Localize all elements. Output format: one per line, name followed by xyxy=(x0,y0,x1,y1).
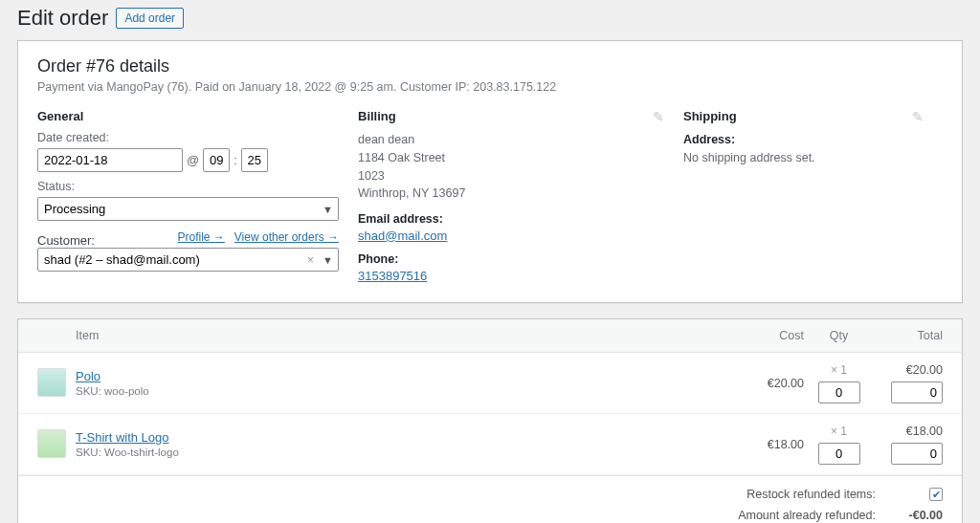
minute-input[interactable] xyxy=(241,148,268,172)
billing-heading: Billing xyxy=(358,109,664,123)
date-created-input[interactable] xyxy=(37,148,183,172)
shipping-column: ✎ Shipping Address: No shipping address … xyxy=(683,109,943,283)
line-items-panel: Item Cost Qty Total Polo SKU: woo-polo €… xyxy=(17,318,963,524)
date-created-label: Date created: xyxy=(37,131,339,144)
order-details-panel: Order #76 details Payment via MangoPay (… xyxy=(17,40,963,303)
view-other-orders-link[interactable]: View other orders → xyxy=(234,230,339,244)
general-heading: General xyxy=(37,109,339,123)
product-sku: SKU: Woo-tshirt-logo xyxy=(76,447,737,458)
page-title: Edit order xyxy=(17,6,108,31)
refund-qty-input[interactable] xyxy=(818,443,860,465)
at-symbol: @ xyxy=(187,153,199,167)
order-heading: Order #76 details xyxy=(37,56,943,76)
items-header-row: Item Cost Qty Total xyxy=(18,319,962,353)
order-meta: Payment via MangoPay (76). Paid on Janua… xyxy=(37,80,943,94)
status-select[interactable]: ▼ xyxy=(37,197,339,221)
edit-shipping-icon[interactable]: ✎ xyxy=(912,109,924,124)
refund-total-input[interactable] xyxy=(891,381,943,403)
restock-checkbox[interactable]: ✔ xyxy=(929,488,943,501)
product-link[interactable]: T-Shirt with Logo xyxy=(76,430,169,445)
product-sku: SKU: woo-polo xyxy=(76,385,737,397)
shipping-heading: Shipping xyxy=(683,109,924,123)
refund-qty-input[interactable] xyxy=(818,381,860,403)
status-label: Status: xyxy=(37,180,339,193)
billing-email-link[interactable]: shad@mail.com xyxy=(358,229,447,243)
product-thumbnail xyxy=(37,429,66,458)
general-column: General Date created: @ : Status: xyxy=(37,109,358,283)
refund-summary: Restock refunded items: ✔ Amount already… xyxy=(18,475,962,524)
product-link[interactable]: Polo xyxy=(76,369,100,383)
add-order-button[interactable]: Add order xyxy=(116,8,184,29)
customer-label: Customer: xyxy=(37,233,95,248)
billing-column: ✎ Billing dean dean 1184 Oak Street 1023… xyxy=(358,109,683,283)
customer-select[interactable]: × ▼ xyxy=(37,248,339,272)
clear-icon[interactable]: × xyxy=(307,253,314,267)
billing-phone-link[interactable]: 3153897516 xyxy=(358,269,427,283)
profile-link[interactable]: Profile → xyxy=(177,230,224,244)
edit-billing-icon[interactable]: ✎ xyxy=(653,109,664,124)
line-item-row: Polo SKU: woo-polo €20.00 × 1 €20.00 xyxy=(18,353,962,414)
line-item-row: T-Shirt with Logo SKU: Woo-tshirt-logo €… xyxy=(18,414,962,475)
product-thumbnail xyxy=(37,368,66,397)
refund-total-input[interactable] xyxy=(891,443,943,465)
hour-input[interactable] xyxy=(203,148,230,172)
